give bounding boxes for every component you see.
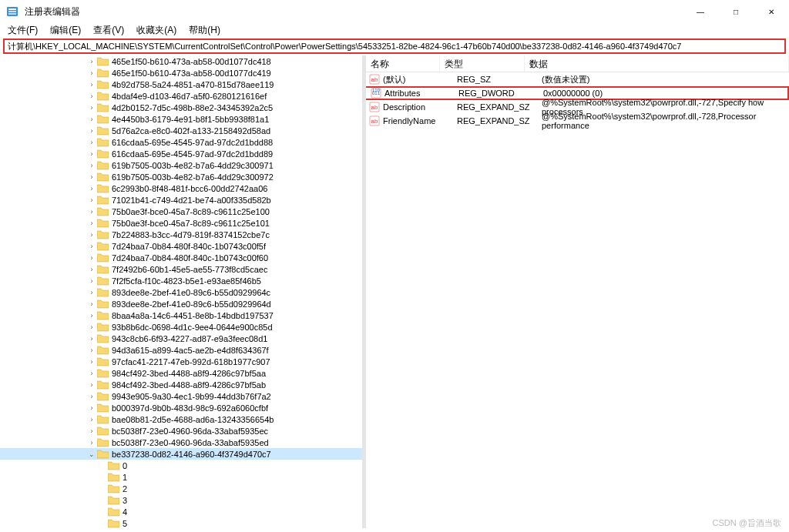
tree-item[interactable]: ›bc5038f7-23e0-4960-96da-33abaf5935ed — [0, 437, 362, 448]
tree-item[interactable]: ›7f2492b6-60b1-45e5-ae55-773f8cd5caec — [0, 263, 362, 275]
tree-twisty[interactable] — [97, 483, 108, 494]
tree-item[interactable]: ›b000397d-9b0b-483d-98c9-692a6060cfbf — [0, 402, 362, 413]
list-pane[interactable]: 名称 类型 数据 ab (默认) REG_SZ (数值未设置) 011110 A… — [366, 55, 789, 528]
tree-item[interactable]: 4 — [0, 506, 362, 517]
tree-item-label: 9943e905-9a30-4ec1-9b99-44dd3b76f7a2 — [112, 392, 271, 401]
tree-twisty[interactable]: › — [86, 172, 97, 182]
tree-twisty[interactable]: › — [86, 114, 97, 125]
tree-item[interactable]: ›75b0ae3f-bce0-45a7-8c89-c9611c25e100 — [0, 206, 362, 217]
tree-item[interactable]: 1 — [0, 471, 362, 483]
address-bar[interactable]: 计算机\HKEY_LOCAL_MACHINE\SYSTEM\CurrentCon… — [3, 38, 786, 54]
tree-twisty[interactable]: › — [86, 149, 97, 159]
tree-item[interactable]: ›619b7505-003b-4e82-b7a6-4dd29c300972 — [0, 171, 362, 182]
tree-twisty[interactable]: › — [86, 368, 97, 379]
tree-twisty[interactable]: › — [86, 403, 97, 413]
folder-icon — [97, 161, 109, 170]
tree-twisty[interactable]: › — [86, 310, 97, 321]
tree-item[interactable]: 5 — [0, 517, 362, 528]
tree-twisty[interactable]: › — [86, 241, 97, 252]
tree-item[interactable]: ›bc5038f7-23e0-4960-96da-33abaf5935ec — [0, 425, 362, 437]
tree-item[interactable]: ›6c2993b0-8f48-481f-bcc6-00dd2742aa06 — [0, 182, 362, 194]
tree-twisty[interactable]: › — [86, 276, 97, 286]
tree-twisty[interactable] — [97, 460, 108, 471]
tree-item[interactable]: 2 — [0, 483, 362, 494]
tree-item[interactable]: ›75b0ae3f-bce0-45a7-8c89-c9611c25e101 — [0, 217, 362, 229]
menu-favorites[interactable]: 收藏夹(A) — [132, 22, 181, 38]
tree-twisty[interactable]: › — [86, 356, 97, 367]
tree-twisty[interactable]: › — [86, 56, 97, 67]
tree-twisty[interactable]: › — [86, 345, 97, 356]
minimize-button[interactable]: — — [683, 0, 718, 23]
tree-item[interactable]: ›616cdaa5-695e-4545-97ad-97dc2d1bdd89 — [0, 148, 362, 159]
tree-item[interactable]: ›984cf492-3bed-4488-a8f9-4286c97bf5aa — [0, 367, 362, 379]
tree-item[interactable]: ›71021b41-c749-4d21-be74-a00f335d582b — [0, 194, 362, 206]
tree-item[interactable]: ›7d24baa7-0b84-480f-840c-1b0743c00f5f — [0, 240, 362, 252]
tree-item[interactable]: ›4d2b0152-7d5c-498b-88e2-34345392a2c5 — [0, 102, 362, 113]
tree-item[interactable]: 3 — [0, 494, 362, 506]
col-header-type[interactable]: 类型 — [440, 55, 525, 72]
tree-twisty[interactable]: › — [86, 218, 97, 229]
tree-twisty[interactable]: › — [86, 195, 97, 206]
tree-twisty[interactable]: › — [86, 414, 97, 425]
tree-item[interactable]: ›4e4450b3-6179-4e91-b8f1-5bb9938f81a1 — [0, 113, 362, 125]
tree-item[interactable]: ›9943e905-9a30-4ec1-9b99-44dd3b76f7a2 — [0, 390, 362, 402]
menu-edit[interactable]: 编辑(E) — [45, 22, 86, 38]
tree-item[interactable]: ›5d76a2ca-e8c0-402f-a133-2158492d58ad — [0, 125, 362, 136]
maximize-button[interactable]: □ — [718, 0, 754, 23]
tree-pane[interactable]: ›465e1f50-b610-473a-ab58-00d1077dc418 ›4… — [0, 55, 362, 528]
tree-twisty[interactable] — [97, 507, 108, 517]
tree-item[interactable]: ›4bdaf4e9-d103-46d7-a5f0-6280121616ef — [0, 90, 362, 102]
tree-item[interactable]: ›465e1f50-b610-473a-ab58-00d1077dc418 — [0, 55, 362, 67]
tree-item[interactable]: ›465e1f50-b610-473a-ab58-00d1077dc419 — [0, 67, 362, 79]
tree-item[interactable]: ›7b224883-b3cc-4d79-819f-8374152cbe7c — [0, 229, 362, 240]
tree-item[interactable]: ›bae08b81-2d5e-4688-ad6a-13243356654b — [0, 413, 362, 425]
tree-item[interactable]: ›7d24baa7-0b84-480f-840c-1b0743c00f60 — [0, 252, 362, 263]
tree-twisty[interactable]: › — [86, 333, 97, 344]
tree-twisty[interactable]: › — [86, 229, 97, 240]
tree-item[interactable]: ›619b7505-003b-4e82-b7a6-4dd29c300971 — [0, 159, 362, 171]
tree-twisty[interactable]: › — [86, 68, 97, 79]
tree-item[interactable]: ›4b92d758-5a24-4851-a470-815d78aee119 — [0, 79, 362, 90]
tree-twisty[interactable]: › — [86, 322, 97, 333]
tree-twisty[interactable]: › — [86, 125, 97, 136]
menu-view[interactable]: 查看(V) — [89, 22, 129, 38]
tree-twisty[interactable] — [97, 472, 108, 483]
tree-item[interactable]: ›7f2f5cfa-f10c-4823-b5e1-e93ae85f46b5 — [0, 275, 362, 286]
tree-twisty[interactable]: › — [86, 264, 97, 275]
close-button[interactable]: ✕ — [754, 0, 789, 23]
tree-twisty[interactable]: › — [86, 91, 97, 102]
tree-item[interactable]: ›94d3a615-a899-4ac5-ae2b-e4d8f634367f — [0, 344, 362, 356]
tree-item[interactable]: ›616cdaa5-695e-4545-97ad-97dc2d1bdd88 — [0, 136, 362, 148]
list-row[interactable]: ab (默认) REG_SZ (数值未设置) — [366, 72, 789, 86]
tree-twisty[interactable] — [97, 495, 108, 506]
tree-twisty[interactable]: › — [86, 183, 97, 194]
tree-twisty[interactable]: › — [86, 206, 97, 217]
tree-item[interactable]: ›97cfac41-2217-47eb-992d-618b1977c907 — [0, 356, 362, 367]
tree-twisty[interactable]: › — [86, 426, 97, 437]
tree-item[interactable]: ›943c8cb6-6f93-4227-ad87-e9a3feec08d1 — [0, 333, 362, 344]
tree-item-selected[interactable]: ⌄be337238-0d82-4146-a960-4f3749d470c7 — [0, 448, 362, 460]
tree-twisty[interactable]: › — [86, 287, 97, 298]
tree-twisty[interactable]: › — [86, 391, 97, 402]
tree-twisty[interactable]: › — [86, 299, 97, 309]
tree-twisty[interactable] — [97, 518, 108, 529]
list-row[interactable]: ab FriendlyName REG_EXPAND_SZ @%SystemRo… — [366, 114, 789, 128]
tree-item[interactable]: 0 — [0, 460, 362, 471]
menu-help[interactable]: 帮助(H) — [184, 22, 225, 38]
tree-item[interactable]: ›984cf492-3bed-4488-a8f9-4286c97bf5ab — [0, 379, 362, 390]
tree-item[interactable]: ›8baa4a8a-14c6-4451-8e8b-14bdbd197537 — [0, 309, 362, 321]
tree-twisty[interactable]: › — [86, 380, 97, 390]
tree-item[interactable]: ›893dee8e-2bef-41e0-89c6-b55d0929964d — [0, 298, 362, 309]
menu-file[interactable]: 文件(F) — [3, 22, 42, 38]
tree-item[interactable]: ›893dee8e-2bef-41e0-89c6-b55d0929964c — [0, 286, 362, 298]
col-header-name[interactable]: 名称 — [366, 55, 440, 72]
tree-twisty[interactable]: › — [86, 437, 97, 448]
col-header-data[interactable]: 数据 — [525, 55, 789, 72]
tree-item[interactable]: ›93b8b6dc-0698-4d1c-9ee4-0644e900c85d — [0, 321, 362, 333]
tree-twisty[interactable]: › — [86, 79, 97, 90]
tree-twisty[interactable]: ⌄ — [86, 449, 97, 460]
tree-twisty[interactable]: › — [86, 253, 97, 263]
tree-twisty[interactable]: › — [86, 160, 97, 171]
tree-twisty[interactable]: › — [86, 137, 97, 148]
tree-twisty[interactable]: › — [86, 102, 97, 113]
